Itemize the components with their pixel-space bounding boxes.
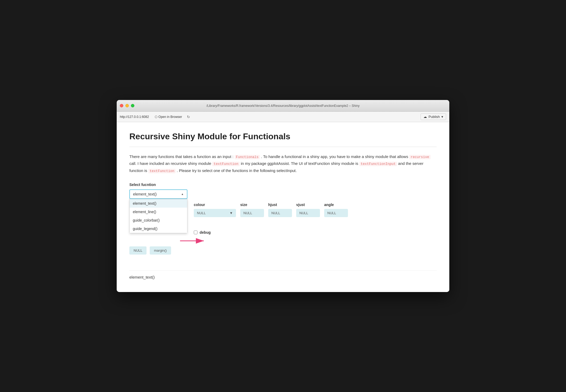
titlebar: /Library/Frameworks/R.framework/Versions… (117, 100, 449, 112)
recursive-code: recursive (409, 155, 430, 159)
desc-text-4: in my package ggplotAssist. The UI of te… (241, 161, 358, 166)
angle-input[interactable] (324, 209, 348, 217)
browser-icon: ⬡ (155, 115, 157, 119)
margin-button[interactable]: margin() (150, 246, 171, 255)
textfunctioninput-code: textFunctionInput (359, 162, 397, 166)
colour-dropdown-arrow: ▼ (229, 211, 233, 215)
params-row: colour NULL ▼ size hjust (194, 203, 437, 217)
dropdown-item-2[interactable]: guide_colorbar() (130, 216, 187, 224)
page-title: Recursive Shiny Module for Functionals (129, 132, 437, 141)
textfunction-code: textFunction (212, 162, 240, 166)
desc-text-2: . To handle a functional in a shiny app,… (261, 154, 408, 159)
functionals-code: Functionals (235, 155, 260, 159)
dropdown-menu: element_text() element_line() guide_colo… (129, 199, 187, 233)
select-function-label: Select fucntion (129, 183, 437, 187)
output-section: element_text() (129, 270, 437, 279)
right-panel: colour NULL ▼ size hjust (187, 189, 437, 255)
size-label: size (240, 203, 264, 207)
null-button[interactable]: NULL (129, 246, 147, 255)
select-container: element_text() ▲ element_text() element_… (129, 189, 187, 199)
publish-dropdown-arrow: ▾ (441, 115, 443, 119)
vjust-param-group: vjust (296, 203, 320, 217)
toolbar: http://127.0.0.1:6082 ⬡ Open in Browser … (117, 112, 449, 122)
colour-value: NULL (197, 211, 206, 215)
refresh-button[interactable]: ↻ (186, 114, 191, 120)
angle-param-group: angle (324, 203, 348, 217)
debug-label[interactable]: debug (200, 230, 211, 235)
left-panel: element_text() ▲ element_text() element_… (129, 189, 187, 255)
textfunction2-code: textFunction (148, 169, 176, 173)
main-layout: element_text() ▲ element_text() element_… (129, 189, 437, 255)
url-display: http://127.0.0.1:6082 (120, 115, 149, 119)
size-input[interactable] (240, 209, 264, 217)
colour-label: colour (194, 203, 236, 207)
fullscreen-button[interactable] (131, 104, 134, 107)
hjust-param-group: hjust (268, 203, 292, 217)
publish-button[interactable]: ☁ Publish ▾ (421, 113, 446, 120)
desc-text-1: There are many functions that takes a fu… (129, 154, 233, 159)
open-in-browser-button[interactable]: ⬡ Open in Browser (153, 114, 183, 119)
desc-text-6: . Please try to select one of the functi… (177, 168, 297, 173)
dropdown-item-3[interactable]: guide_legend() (130, 224, 187, 233)
size-param-group: size (240, 203, 264, 217)
select-box[interactable]: element_text() ▲ (129, 189, 187, 199)
close-button[interactable] (120, 104, 123, 107)
hjust-input[interactable] (268, 209, 292, 217)
dropdown-item-1[interactable]: element_line() (130, 208, 187, 216)
output-text: element_text() (129, 275, 437, 279)
select-arrow-icon: ▲ (181, 193, 184, 195)
debug-row: debug (194, 230, 437, 235)
angle-label: angle (324, 203, 348, 207)
minimize-button[interactable] (125, 104, 129, 107)
traffic-lights (120, 104, 134, 107)
dropdown-item-0[interactable]: element_text() (130, 199, 187, 208)
window-title: /Library/Frameworks/R.framework/Versions… (206, 104, 360, 108)
desc-text-3: call. I have included an recursive shiny… (129, 161, 211, 166)
vjust-input[interactable] (296, 209, 320, 217)
colour-dropdown[interactable]: NULL ▼ (194, 209, 236, 217)
content-area: Recursive Shiny Module for Functionals T… (117, 122, 449, 292)
bottom-row: NULL margin() (129, 246, 187, 255)
publish-icon: ☁ (423, 115, 427, 119)
title-divider (129, 147, 437, 147)
description-paragraph: There are many functions that takes a fu… (129, 153, 437, 174)
colour-param-group: colour NULL ▼ (194, 203, 236, 217)
hjust-label: hjust (268, 203, 292, 207)
vjust-label: vjust (296, 203, 320, 207)
app-window: /Library/Frameworks/R.framework/Versions… (117, 100, 449, 292)
selected-value: element_text() (133, 192, 157, 196)
debug-checkbox[interactable] (194, 231, 197, 234)
